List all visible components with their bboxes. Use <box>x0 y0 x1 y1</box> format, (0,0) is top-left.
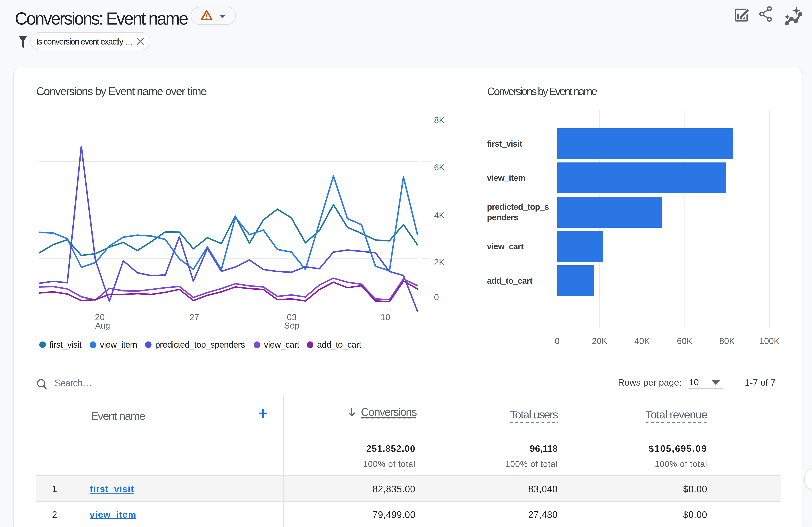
svg-text:Aug: Aug <box>95 321 110 330</box>
svg-text:10: 10 <box>380 312 390 322</box>
svg-text:view_item: view_item <box>100 340 137 349</box>
svg-text:predicted_top_s: predicted_top_s <box>487 202 549 212</box>
svg-text:penders: penders <box>487 213 518 222</box>
svg-text:predicted_top_spenders: predicted_top_spenders <box>155 340 245 349</box>
svg-text:2K: 2K <box>434 257 445 267</box>
svg-text:Sep: Sep <box>284 321 300 330</box>
svg-text:100K: 100K <box>759 336 780 346</box>
svg-text:20: 20 <box>95 312 105 322</box>
svg-text:view_cart: view_cart <box>264 340 299 349</box>
svg-text:view_cart: view_cart <box>487 242 523 251</box>
svg-text:add_to_cart: add_to_cart <box>317 340 361 349</box>
svg-text:0: 0 <box>555 336 560 346</box>
svg-text:60K: 60K <box>677 336 692 346</box>
svg-text:27: 27 <box>189 312 199 322</box>
svg-text:80K: 80K <box>719 336 735 346</box>
svg-text:20K: 20K <box>592 336 607 346</box>
svg-text:6K: 6K <box>434 163 445 172</box>
svg-text:add_to_cart: add_to_cart <box>487 276 533 286</box>
svg-text:view_item: view_item <box>487 173 525 183</box>
svg-text:first_visit: first_visit <box>487 139 522 149</box>
svg-text:0: 0 <box>434 292 439 302</box>
svg-text:first_visit: first_visit <box>49 340 82 349</box>
svg-text:4K: 4K <box>434 211 445 220</box>
svg-text:40K: 40K <box>634 336 650 346</box>
svg-text:8K: 8K <box>434 116 445 125</box>
